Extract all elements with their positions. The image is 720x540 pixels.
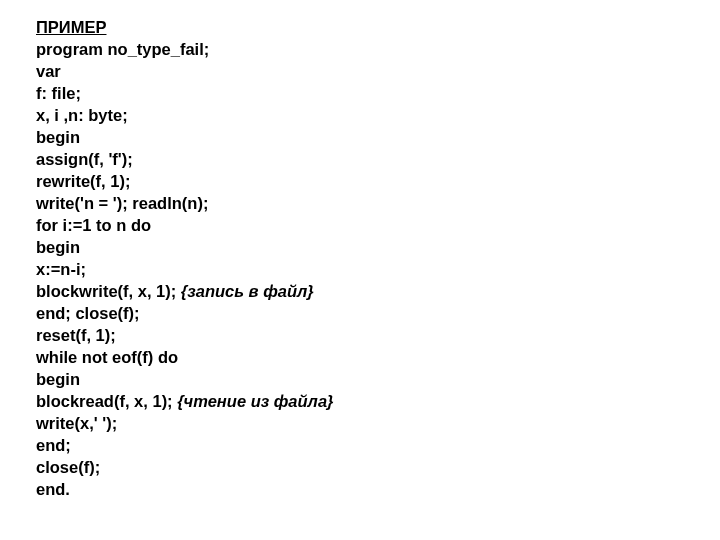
code-title: ПРИМЕР — [36, 16, 720, 38]
code-line-8: write('n = '); readln(n); — [36, 192, 720, 214]
code-line-11: x:=n-i; — [36, 258, 720, 280]
code-line-17: blockread(f, x, 1); {чтение из файла} — [36, 390, 720, 412]
code-comment-write: {запись в файл} — [181, 282, 314, 300]
code-line-7: rewrite(f, 1); — [36, 170, 720, 192]
code-line-17-text: blockread(f, x, 1); — [36, 392, 177, 410]
code-line-9: for i:=1 to n do — [36, 214, 720, 236]
code-line-14: reset(f, 1); — [36, 324, 720, 346]
code-line-16: begin — [36, 368, 720, 390]
code-line-12-text: blockwrite(f, x, 1); — [36, 282, 181, 300]
code-line-12: blockwrite(f, x, 1); {запись в файл} — [36, 280, 720, 302]
code-line-21: end. — [36, 478, 720, 500]
code-line-3: f: file; — [36, 82, 720, 104]
code-line-20: close(f); — [36, 456, 720, 478]
code-line-4: x, i ,n: byte; — [36, 104, 720, 126]
code-comment-read: {чтение из файла} — [177, 392, 333, 410]
code-line-18: write(x,' '); — [36, 412, 720, 434]
code-line-19: end; — [36, 434, 720, 456]
code-line-1: program no_type_fail; — [36, 38, 720, 60]
code-line-13: end; close(f); — [36, 302, 720, 324]
code-line-10: begin — [36, 236, 720, 258]
code-line-5: begin — [36, 126, 720, 148]
code-line-6: assign(f, 'f'); — [36, 148, 720, 170]
code-line-2: var — [36, 60, 720, 82]
code-line-15: while not eof(f) do — [36, 346, 720, 368]
